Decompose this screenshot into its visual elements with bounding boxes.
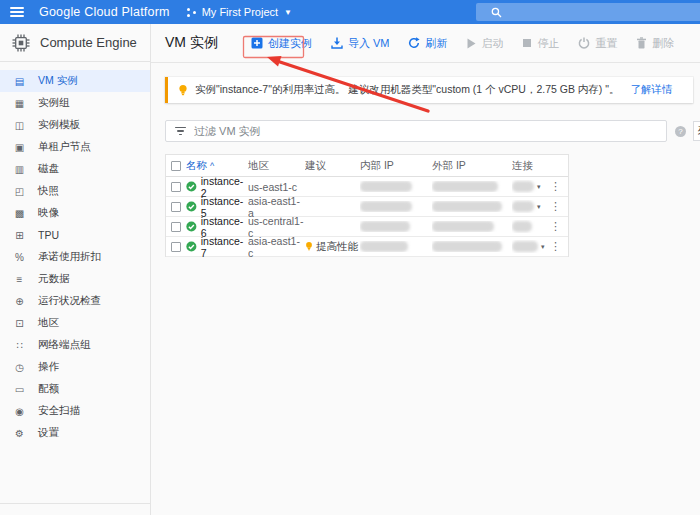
overflow-menu-icon[interactable]: ⋮ — [550, 220, 561, 233]
menu-icon[interactable] — [10, 7, 24, 17]
learn-more-link[interactable]: 了解详情 — [630, 83, 672, 97]
sidebar-item-label: TPU — [38, 229, 59, 241]
stop-button[interactable]: 停止 — [522, 36, 559, 51]
help-icon[interactable]: ? — [675, 126, 686, 137]
connect-redacted — [512, 181, 534, 192]
sidebar-item-label: 映像 — [38, 206, 59, 220]
overflow-menu-icon[interactable]: ⋮ — [550, 240, 561, 253]
columns-button[interactable]: 列 — [693, 121, 700, 141]
sidebar-item-label: 承诺使用折扣 — [38, 250, 101, 264]
external-ip-redacted — [432, 241, 502, 252]
sidebar-item-label: 安全扫描 — [38, 404, 80, 418]
sidebar-item-settings[interactable]: ⚙ 设置 — [0, 422, 150, 444]
quotas-icon: ▭ — [13, 384, 26, 395]
row-checkbox[interactable] — [171, 242, 181, 252]
connect-dropdown-icon[interactable]: ▾ — [541, 243, 545, 251]
header-connect: 连接 — [512, 159, 568, 173]
discounts-icon: % — [13, 252, 26, 263]
search-input[interactable] — [476, 3, 700, 21]
header-external-ip: 外部 IP — [432, 159, 512, 173]
sidebar-item-network-endpoint-groups[interactable]: ∷ 网络端点组 — [0, 334, 150, 356]
delete-button[interactable]: 删除 — [636, 36, 674, 51]
select-all-checkbox[interactable] — [171, 161, 181, 171]
refresh-button[interactable]: 刷新 — [408, 36, 447, 51]
gear-icon: ⚙ — [13, 428, 26, 439]
sidebar-item-label: 快照 — [38, 184, 59, 198]
internal-ip-redacted — [360, 201, 412, 212]
status-running-icon — [186, 201, 197, 212]
sidebar-item-label: 操作 — [38, 360, 59, 374]
zone-cell: asia-east1-c — [248, 235, 305, 259]
sidebar-item-disks[interactable]: ▥ 磁盘 — [0, 158, 150, 180]
connect-dropdown-icon[interactable]: ▾ — [537, 183, 541, 191]
snapshots-icon: ◰ — [13, 186, 26, 197]
bulb-icon — [305, 241, 313, 252]
overflow-menu-icon[interactable]: ⋮ — [550, 200, 561, 213]
create-instance-label: 创建实例 — [268, 36, 312, 51]
sidebar-item-label: 实例模板 — [38, 118, 80, 132]
filter-icon — [174, 127, 186, 136]
gcp-logo[interactable]: Google Cloud Platform — [39, 5, 170, 19]
banner-text: 实例"instance-7"的利用率过高。 建议改用机器类型"custom (1… — [195, 83, 619, 97]
status-running-icon — [186, 181, 197, 192]
row-checkbox[interactable] — [171, 222, 181, 232]
sidebar-item-snapshots[interactable]: ◰ 快照 — [0, 180, 150, 202]
row-checkbox[interactable] — [171, 202, 181, 212]
tpu-icon: ⊞ — [13, 230, 26, 241]
external-ip-redacted — [432, 181, 498, 192]
instance-name-link[interactable]: instance-7 — [201, 235, 248, 259]
page-title: VM 实例 — [165, 34, 218, 52]
sidebar-item-sole-tenant-nodes[interactable]: ▣ 单租户节点 — [0, 136, 150, 158]
filter-input[interactable] — [194, 125, 658, 137]
sidebar-item-label: 配额 — [38, 382, 59, 396]
sidebar-item-quotas[interactable]: ▭ 配额 — [0, 378, 150, 400]
external-ip-redacted — [432, 221, 494, 232]
zone-cell: us-east1-c — [248, 181, 305, 193]
connect-redacted — [512, 201, 534, 212]
sidebar-item-operations[interactable]: ◷ 操作 — [0, 356, 150, 378]
compute-engine-icon — [12, 34, 30, 52]
sidebar-item-security-scans[interactable]: ◉ 安全扫描 — [0, 400, 150, 422]
connect-redacted — [512, 241, 538, 252]
sidebar-item-tpu[interactable]: ⊞ TPU — [0, 224, 150, 246]
table-row: instance-7 asia-east1-c 提高性能 — [166, 237, 568, 257]
sidebar-item-vm-instances[interactable]: ▤ VM 实例 — [0, 70, 150, 92]
metadata-icon: ≡ — [13, 274, 26, 285]
sidebar-item-label: 网络端点组 — [38, 338, 91, 352]
topbar: Google Cloud Platform My First Project ▼ — [0, 0, 700, 24]
product-title: Compute Engine — [40, 35, 137, 50]
reset-button[interactable]: 重置 — [578, 36, 617, 51]
create-instance-button[interactable]: 创建实例 — [251, 36, 312, 51]
vm-instances-icon: ▤ — [13, 76, 26, 87]
suggestion-link[interactable]: 提高性能 — [316, 240, 358, 254]
start-button[interactable]: 启动 — [466, 36, 503, 51]
sidebar-item-zones[interactable]: ⊡ 地区 — [0, 312, 150, 334]
sidebar-item-label: 设置 — [38, 426, 59, 440]
filter-box[interactable] — [165, 120, 667, 142]
health-checks-icon: ⊕ — [13, 296, 26, 307]
header-suggestion: 建议 — [305, 159, 360, 173]
status-running-icon — [186, 221, 197, 232]
project-selector[interactable]: My First Project ▼ — [187, 6, 292, 18]
sidebar-item-committed-use-discounts[interactable]: % 承诺使用折扣 — [0, 246, 150, 268]
sidebar-item-health-checks[interactable]: ⊕ 运行状况检查 — [0, 290, 150, 312]
project-icon — [187, 8, 196, 17]
sidebar-item-metadata[interactable]: ≡ 元数据 — [0, 268, 150, 290]
disks-icon: ▥ — [13, 164, 26, 175]
search-icon — [491, 7, 502, 18]
refresh-icon — [408, 37, 420, 49]
row-checkbox[interactable] — [171, 182, 181, 192]
connect-dropdown-icon[interactable]: ▾ — [537, 203, 541, 211]
sidebar-item-label: 单租户节点 — [38, 140, 91, 154]
sidebar-nav: ▤ VM 实例 ▦ 实例组 ◫ 实例模板 ▣ 单租户节点 ▥ 磁盘 — [0, 62, 150, 444]
sidebar-item-images[interactable]: ▩ 映像 — [0, 202, 150, 224]
vm-instances-table: 名称 ^ 地区 建议 内部 IP 外部 IP 连接 — [165, 154, 569, 257]
header-name[interactable]: 名称 ^ — [186, 159, 248, 173]
instance-groups-icon: ▦ — [13, 98, 26, 109]
import-vm-button[interactable]: 导入 VM — [331, 36, 390, 51]
operations-icon: ◷ — [13, 362, 26, 373]
security-scans-icon: ◉ — [13, 406, 26, 417]
overflow-menu-icon[interactable]: ⋮ — [550, 180, 561, 193]
sidebar-item-instance-templates[interactable]: ◫ 实例模板 — [0, 114, 150, 136]
sidebar-item-instance-groups[interactable]: ▦ 实例组 — [0, 92, 150, 114]
